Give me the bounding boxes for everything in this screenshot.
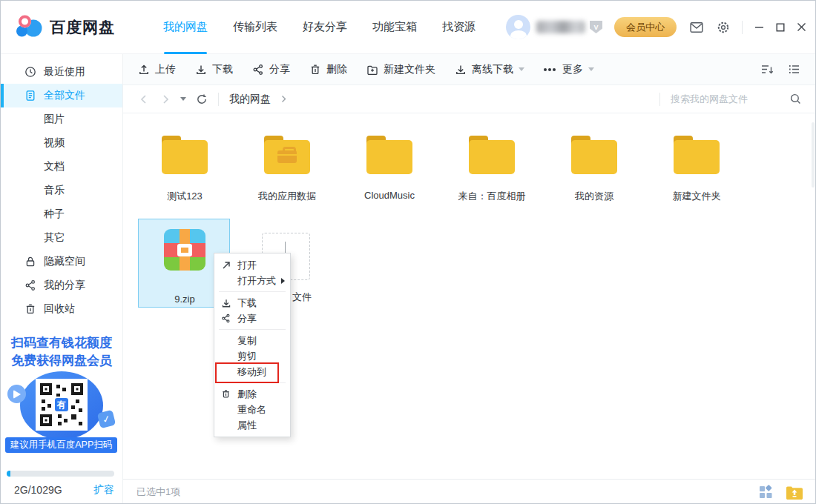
forward-icon[interactable]	[159, 93, 171, 105]
sidebar-item-others[interactable]: 其它	[1, 226, 122, 250]
trash-icon	[309, 64, 321, 76]
context-menu: 打开 打开方式 下载 分享 复制	[214, 253, 291, 437]
vip-level-badge: V	[590, 21, 602, 33]
menu-item-open[interactable]: 打开	[214, 257, 290, 273]
more-dots-icon	[544, 68, 557, 71]
baidu-netdisk-window: 百度网盘 我的网盘 传输列表 好友分享 功能宝箱 找资源 V 会员中心	[0, 0, 816, 504]
sidebar-item-recent[interactable]: 最近使用	[1, 60, 122, 84]
breadcrumb-divider	[218, 93, 219, 106]
upload-button[interactable]: 上传	[138, 63, 176, 76]
folder-item[interactable]: 我的资源	[543, 136, 645, 203]
menu-item-copy[interactable]: 复制	[214, 333, 290, 348]
grid-view-icon[interactable]	[759, 485, 774, 500]
menu-item-open-with[interactable]: 打开方式	[214, 273, 290, 288]
delete-button[interactable]: 删除	[309, 63, 347, 76]
sidebar-item-documents[interactable]: 文档	[1, 155, 122, 179]
menu-item-share[interactable]: 分享	[214, 311, 290, 326]
folder-item[interactable]: 来自：百度相册	[441, 136, 543, 203]
expand-storage-link[interactable]: 扩容	[93, 483, 114, 497]
folder-icon	[571, 136, 617, 177]
menu-item-move-to[interactable]: 移动到	[214, 364, 290, 379]
active-tab-underline	[164, 52, 207, 54]
minimize-button[interactable]	[754, 22, 764, 32]
status-bar: 已选中1项	[123, 479, 816, 504]
sidebar-item-music[interactable]: 音乐	[1, 179, 122, 202]
menu-divider	[219, 329, 286, 330]
upload-icon	[138, 64, 150, 76]
maximize-button[interactable]	[776, 23, 785, 32]
tab-my-drive[interactable]: 我的网盘	[151, 1, 220, 54]
search-input[interactable]	[671, 93, 789, 105]
file-grid: 测试123 我的应用数据 CloudMusic 来自：百度相册 我的资源	[123, 113, 816, 479]
sidebar-item-videos[interactable]: 视频	[1, 131, 122, 155]
storage-progress-fill	[7, 471, 10, 477]
folder-item[interactable]: 新建文件夹	[645, 136, 748, 203]
avatar[interactable]	[506, 15, 530, 39]
folder-upload-icon[interactable]	[786, 485, 803, 500]
selection-count: 已选中1项	[136, 485, 180, 499]
history-dropdown-icon[interactable]	[180, 97, 186, 101]
promo-decor-left	[7, 385, 26, 403]
download-button[interactable]: 下载	[195, 63, 233, 76]
share-icon	[24, 279, 36, 291]
refresh-icon[interactable]	[196, 93, 208, 105]
share-button[interactable]: 分享	[252, 63, 290, 76]
trash-icon	[221, 389, 237, 399]
brand-name: 百度网盘	[50, 17, 115, 38]
tab-friend-share[interactable]: 好友分享	[290, 1, 360, 54]
list-view-icon[interactable]	[788, 64, 800, 75]
sidebar-item-hidden-space[interactable]: 隐藏空间	[1, 250, 122, 273]
back-icon[interactable]	[138, 93, 150, 105]
offline-download-icon	[455, 64, 467, 76]
close-button[interactable]	[797, 22, 806, 32]
folder-item[interactable]: 测试123	[134, 136, 236, 203]
new-folder-icon	[366, 64, 378, 76]
menu-item-delete[interactable]: 删除	[214, 386, 290, 402]
open-icon	[221, 260, 237, 271]
mail-icon[interactable]	[690, 21, 703, 33]
search-icon[interactable]	[789, 93, 802, 105]
sort-icon[interactable]	[760, 63, 774, 76]
folder-row: 测试123 我的应用数据 CloudMusic 来自：百度相册 我的资源	[123, 113, 816, 203]
menu-item-download[interactable]: 下载	[214, 295, 290, 311]
tab-transfer-list[interactable]: 传输列表	[220, 1, 290, 54]
share-icon	[252, 64, 264, 76]
sidebar-item-all-files[interactable]: 全部文件	[1, 84, 122, 107]
breadcrumb-root[interactable]: 我的网盘	[229, 93, 271, 106]
sidebar-item-my-shares[interactable]: 我的分享	[1, 273, 122, 297]
settings-gear-icon[interactable]	[717, 21, 730, 34]
offline-download-button[interactable]: 离线下载	[455, 63, 524, 76]
cloud-logo-icon	[16, 13, 42, 42]
folder-icon	[469, 136, 515, 177]
search-box	[649, 93, 802, 106]
lock-icon	[24, 256, 36, 268]
promo-banner: 扫码查有钱花额度 免费获得网盘会员 ✓	[1, 334, 122, 451]
username-blurred[interactable]	[536, 21, 585, 33]
sidebar-item-images[interactable]: 图片	[1, 107, 122, 131]
sidebar-nav: 最近使用 全部文件 图片 视频 文档 音乐 种子 其它 隐藏空间 我的分享 回收	[1, 54, 122, 321]
sidebar-item-recycle-bin[interactable]: 回收站	[1, 297, 122, 321]
qr-graphic: ✓ 有	[1, 371, 122, 451]
storage-progress-bar	[7, 471, 114, 477]
vip-center-button[interactable]: 会员中心	[614, 17, 677, 37]
menu-item-rename[interactable]: 重命名	[214, 402, 290, 417]
download-icon	[195, 64, 207, 76]
scrollbar-thumb[interactable]	[812, 122, 815, 188]
main-area: 上传 下载 分享 删除 新建文件夹 离线下载	[123, 54, 816, 504]
menu-item-cut[interactable]: 剪切	[214, 348, 290, 364]
promo-line2: 免费获得网盘会员	[1, 352, 122, 370]
sidebar-item-torrents[interactable]: 种子	[1, 202, 122, 226]
new-folder-button[interactable]: 新建文件夹	[366, 63, 435, 76]
tab-toolbox[interactable]: 功能宝箱	[360, 1, 430, 54]
main-tabs: 我的网盘 传输列表 好友分享 功能宝箱 找资源	[151, 1, 488, 54]
promo-decor-check: ✓	[97, 410, 116, 428]
promo-line1: 扫码查有钱花额度	[1, 334, 122, 352]
breadcrumb-bar: 我的网盘	[123, 85, 816, 113]
more-button[interactable]: 更多	[544, 63, 594, 76]
menu-item-properties[interactable]: 属性	[214, 417, 290, 433]
folder-item[interactable]: 我的应用数据	[236, 136, 338, 203]
folder-item[interactable]: CloudMusic	[338, 136, 441, 203]
tab-find-resources[interactable]: 找资源	[430, 1, 488, 54]
promo-scan-banner[interactable]: 建议用手机百度APP扫码	[5, 437, 117, 453]
download-icon	[221, 298, 237, 308]
